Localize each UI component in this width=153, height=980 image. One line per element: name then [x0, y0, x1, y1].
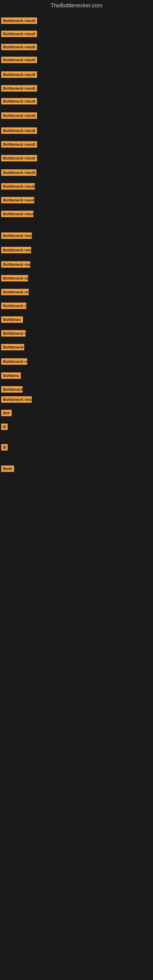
bottleneck-item-30[interactable]: B: [1, 423, 8, 431]
bottleneck-item-27[interactable]: Bottleneck: [1, 386, 22, 394]
bottleneck-label-14: Bottleneck result: [1, 197, 34, 204]
bottleneck-label-6: Bottleneck result: [1, 85, 37, 92]
bottleneck-item-19[interactable]: Bottleneck re: [1, 275, 28, 283]
bottleneck-item-14[interactable]: Bottleneck result: [1, 197, 34, 205]
bottleneck-label-24: Bottleneck: [1, 344, 24, 350]
bottleneck-label-17: Bottleneck result: [1, 247, 31, 253]
bottleneck-item-17[interactable]: Bottleneck result: [1, 247, 31, 255]
bottleneck-label-12: Bottleneck result: [1, 169, 37, 176]
bottleneck-label-18: Bottleneck result: [1, 261, 30, 268]
bottleneck-label-27: Bottleneck: [1, 386, 22, 393]
bottleneck-item-22[interactable]: Bottlenec: [1, 317, 23, 324]
bottleneck-label-7: Bottleneck result: [1, 98, 37, 105]
bottleneck-item-5[interactable]: Bottleneck result: [1, 72, 37, 79]
bottleneck-item-1[interactable]: Bottleneck result: [1, 18, 37, 25]
bottleneck-label-1: Bottleneck result: [1, 18, 37, 24]
bottleneck-label-30: B: [1, 423, 8, 430]
bottleneck-label-23: Bottleneck r: [1, 330, 26, 337]
site-title: TheBottlenecker.com: [0, 0, 153, 10]
bottleneck-item-18[interactable]: Bottleneck result: [1, 261, 30, 269]
bottleneck-item-21[interactable]: Bottleneck r: [1, 302, 26, 310]
bottleneck-item-11[interactable]: Bottleneck result: [1, 155, 37, 162]
bottleneck-item-16[interactable]: Bottleneck result: [1, 232, 32, 240]
bottleneck-item-28[interactable]: Bottleneck result: [1, 396, 32, 404]
bottleneck-item-10[interactable]: Bottleneck result: [1, 141, 37, 149]
bottleneck-label-10: Bottleneck result: [1, 141, 37, 148]
bottleneck-item-32[interactable]: Bottl: [1, 466, 14, 473]
bottleneck-label-2: Bottleneck result: [1, 30, 37, 37]
bottleneck-item-3[interactable]: Bottleneck result: [1, 44, 37, 51]
bottleneck-label-22: Bottlenec: [1, 317, 23, 323]
bottleneck-label-8: Bottleneck result: [1, 112, 37, 119]
bottleneck-item-8[interactable]: Bottleneck result: [1, 112, 37, 120]
bottleneck-item-24[interactable]: Bottleneck: [1, 344, 24, 352]
bottleneck-label-15: Bottleneck result: [1, 211, 33, 217]
bottleneck-label-21: Bottleneck r: [1, 302, 26, 309]
bottleneck-item-4[interactable]: Bottleneck result: [1, 57, 37, 64]
bottleneck-item-29[interactable]: Bot: [1, 410, 12, 417]
bottleneck-item-12[interactable]: Bottleneck result: [1, 169, 37, 177]
bottleneck-label-11: Bottleneck result: [1, 155, 37, 161]
bottleneck-item-26[interactable]: Bottlens: [1, 372, 21, 380]
bottleneck-item-31[interactable]: B: [1, 444, 8, 452]
bottleneck-item-23[interactable]: Bottleneck r: [1, 330, 26, 338]
bottleneck-label-26: Bottlens: [1, 372, 21, 379]
bottleneck-label-28: Bottleneck result: [1, 396, 32, 403]
bottleneck-label-29: Bot: [1, 410, 12, 416]
bottleneck-item-25[interactable]: Bottleneck res: [1, 358, 27, 366]
bottleneck-label-9: Bottleneck result: [1, 127, 37, 134]
bottleneck-item-20[interactable]: Bottleneck result: [1, 289, 29, 296]
bottleneck-label-16: Bottleneck result: [1, 232, 32, 239]
bottleneck-label-25: Bottleneck res: [1, 358, 27, 365]
bottleneck-item-9[interactable]: Bottleneck result: [1, 127, 37, 135]
bottleneck-label-5: Bottleneck result: [1, 72, 37, 78]
bottleneck-item-6[interactable]: Bottleneck result: [1, 85, 37, 93]
bottleneck-label-13: Bottleneck result: [1, 183, 35, 189]
bottleneck-label-3: Bottleneck result: [1, 44, 37, 50]
bottleneck-label-20: Bottleneck result: [1, 289, 29, 295]
bottleneck-label-32: Bottl: [1, 466, 14, 472]
bottleneck-item-15[interactable]: Bottleneck result: [1, 211, 33, 218]
bottleneck-label-4: Bottleneck result: [1, 57, 37, 63]
bottleneck-item-7[interactable]: Bottleneck result: [1, 98, 37, 106]
bottleneck-item-13[interactable]: Bottleneck result: [1, 183, 35, 191]
bottleneck-label-19: Bottleneck re: [1, 275, 28, 282]
bottleneck-label-31: B: [1, 444, 8, 450]
bottleneck-item-2[interactable]: Bottleneck result: [1, 30, 37, 38]
